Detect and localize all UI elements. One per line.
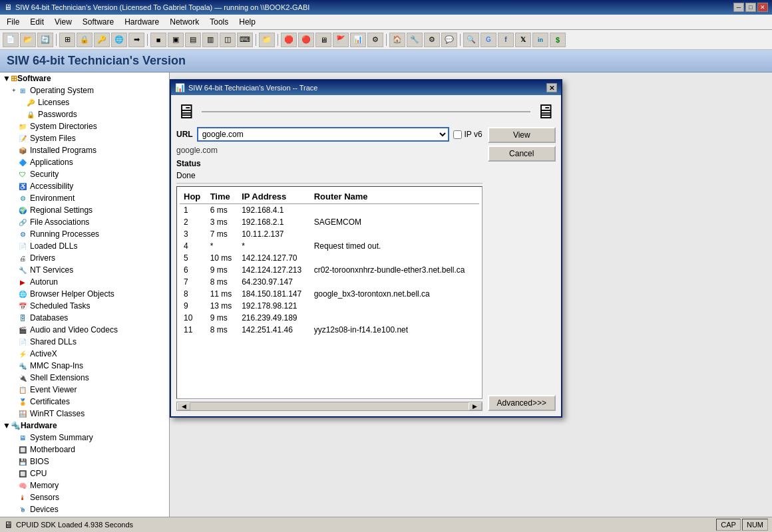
sidebar-drivers[interactable]: 🖨 Drivers — [8, 252, 169, 264]
sidebar-file-associations[interactable]: 🔗 File Associations — [8, 216, 169, 228]
view-button[interactable]: View — [488, 127, 556, 143]
sidebar-loaded-dlls[interactable]: 📄 Loaded DLLs — [8, 240, 169, 252]
spacer — [488, 164, 556, 259]
menu-tools[interactable]: Tools — [206, 16, 232, 28]
tb-chart[interactable]: 📊 — [350, 33, 366, 47]
hardware-group: 🖥 System Summary 🔲 Motherboard 💾 BIOS 🔲 — [0, 432, 169, 515]
tb-box5[interactable]: ◫ — [220, 33, 236, 47]
trace-table-body: 1 6 ms 192.168.4.1 2 3 ms 192.168.2.1 SA… — [180, 204, 479, 336]
tb-box1[interactable]: ■ — [150, 33, 166, 47]
sidebar-autorun[interactable]: ▶ Autorun — [8, 276, 169, 288]
table-row: 5 10 ms 142.124.127.70 — [180, 252, 479, 264]
sidebar-system-directories[interactable]: 📁 System Directories — [8, 120, 169, 132]
sidebar-cpu[interactable]: 🔲 CPU — [8, 467, 169, 479]
sidebar-operating-system[interactable]: + ⊞ Operating System — [8, 84, 169, 96]
software-section[interactable]: ▼ ⊞ Software — [0, 72, 169, 84]
sidebar-environment[interactable]: ⚙ Environment — [8, 192, 169, 204]
sidebar-activex[interactable]: ⚡ ActiveX — [8, 348, 169, 360]
sidebar-devices[interactable]: 🖱 Devices — [8, 503, 169, 515]
url-dropdown[interactable]: google.com — [197, 127, 450, 142]
sidebar-certificates[interactable]: 🏅 Certificates — [8, 396, 169, 408]
tb-house[interactable]: 🏠 — [389, 33, 405, 47]
sidebar-applications[interactable]: 🔷 Applications — [8, 156, 169, 168]
sidebar-sensors[interactable]: 🌡 Sensors — [8, 491, 169, 503]
tb-arrow[interactable]: ➡ — [128, 33, 144, 47]
sidebar-nt-services[interactable]: 🔧 NT Services — [8, 264, 169, 276]
sidebar-audio-video[interactable]: 🎬 Audio and Video Codecs — [8, 324, 169, 336]
sidebar-accessibility[interactable]: ♿ Accessibility — [8, 180, 169, 192]
sidebar-event-viewer[interactable]: 📋 Event Viewer — [8, 384, 169, 396]
tb-search[interactable]: 🔍 — [463, 33, 479, 47]
sidebar-motherboard[interactable]: 🔲 Motherboard — [8, 444, 169, 456]
sidebar-running-processes[interactable]: ⚙ Running Processes — [8, 228, 169, 240]
sidebar-security[interactable]: 🛡 Security — [8, 168, 169, 180]
tb-network[interactable]: 🌐 — [111, 33, 127, 47]
sidebar-system-files[interactable]: 📝 System Files — [8, 132, 169, 144]
menu-network[interactable]: Network — [166, 16, 203, 28]
sidebar-shell-extensions[interactable]: 🔌 Shell Extensions — [8, 372, 169, 384]
tb-open[interactable]: 📂 — [20, 33, 36, 47]
sidebar-svc-label: NT Services — [30, 265, 73, 275]
tb-f[interactable]: f — [498, 33, 514, 47]
tb-box3[interactable]: ▤ — [185, 33, 201, 47]
sidebar-installed-programs[interactable]: 📦 Installed Programs — [8, 144, 169, 156]
sidebar-regional-settings[interactable]: 🌍 Regional Settings — [8, 204, 169, 216]
tb-cmd[interactable]: ⌨ — [237, 33, 253, 47]
hardware-expand-icon[interactable]: ▼ — [3, 421, 11, 430]
horizontal-scrollbar[interactable]: ◀ ▶ — [176, 402, 482, 411]
tb-key[interactable]: 🔑 — [94, 33, 110, 47]
tb-dollar[interactable]: $ — [550, 33, 566, 47]
toolbar: 📄 📂 🔄 ⊞ 🔒 🔑 🌐 ➡ ■ ▣ ▤ ▥ ◫ ⌨ 📁 🛑 🔴 🖥 🚩 📊 … — [0, 30, 772, 50]
menu-software[interactable]: Software — [79, 16, 118, 28]
tb-gear2[interactable]: ⚙ — [424, 33, 440, 47]
scroll-right-btn[interactable]: ▶ — [469, 402, 482, 410]
tb-lock[interactable]: 🔒 — [77, 33, 93, 47]
tb-monitor[interactable]: 🖥 — [315, 33, 331, 47]
advanced-button[interactable]: Advanced>>> — [488, 395, 556, 411]
tb-li[interactable]: in — [532, 33, 548, 47]
tb-tools2[interactable]: 🔧 — [407, 33, 423, 47]
maximize-button[interactable]: □ — [745, 3, 756, 12]
minimize-button[interactable]: ─ — [733, 3, 744, 12]
cancel-button[interactable]: Cancel — [488, 146, 556, 162]
cell-ip: 142.124.127.213 — [238, 264, 310, 276]
software-expand-icon[interactable]: ▼ — [3, 74, 11, 83]
trace-results-area[interactable]: Hop Time IP Address Router Name 1 6 ms — [176, 186, 482, 399]
sidebar-bios[interactable]: 💾 BIOS — [8, 456, 169, 467]
tb-g[interactable]: G — [481, 33, 496, 47]
sidebar-winrt[interactable]: 🪟 WinRT Classes — [8, 408, 169, 420]
scroll-left-btn[interactable]: ◀ — [177, 402, 190, 410]
menu-help[interactable]: Help — [235, 16, 260, 28]
menu-file[interactable]: File — [3, 16, 23, 28]
tb-folder[interactable]: 📁 — [259, 33, 275, 47]
tb-refresh[interactable]: 🔄 — [37, 33, 53, 47]
sidebar-memory[interactable]: 🧠 Memory — [8, 479, 169, 491]
sidebar-licenses[interactable]: 🔑 Licenses — [23, 96, 169, 108]
sidebar-scheduled-tasks[interactable]: 📅 Scheduled Tasks — [8, 300, 169, 312]
sidebar-databases[interactable]: 🗄 Databases — [8, 312, 169, 324]
close-button[interactable]: ✕ — [757, 3, 768, 12]
tb-red[interactable]: 🔴 — [298, 33, 314, 47]
tb-grid[interactable]: ⊞ — [59, 33, 75, 47]
sidebar-passwords[interactable]: 🔒 Passwords — [23, 108, 169, 120]
tb-new[interactable]: 📄 — [3, 33, 19, 47]
sidebar-shared-dlls[interactable]: 📄 Shared DLLs — [8, 336, 169, 348]
sidebar-mmc-label: MMC Snap-Ins — [30, 361, 83, 370]
tb-box2[interactable]: ▣ — [168, 33, 184, 47]
tb-stop[interactable]: 🛑 — [281, 33, 297, 47]
menu-hardware[interactable]: Hardware — [120, 16, 163, 28]
tb-x[interactable]: 𝕏 — [515, 33, 531, 47]
tb-flag[interactable]: 🚩 — [333, 33, 349, 47]
dialog-close-button[interactable]: ✕ — [546, 83, 557, 92]
sidebar-system-summary[interactable]: 🖥 System Summary — [8, 432, 169, 444]
tb-cog[interactable]: ⚙ — [367, 33, 383, 47]
menu-edit[interactable]: Edit — [26, 16, 48, 28]
tb-chat[interactable]: 💬 — [441, 33, 457, 47]
winrt-icon: 🪟 — [17, 408, 28, 419]
ipv6-checkbox[interactable] — [453, 130, 462, 139]
tb-box4[interactable]: ▥ — [202, 33, 218, 47]
hardware-section[interactable]: ▼ 🔩 Hardware — [0, 420, 169, 432]
sidebar-bho[interactable]: 🌐 Browser Helper Objects — [8, 288, 169, 300]
sidebar-mmc[interactable]: 🔩 MMC Snap-Ins — [8, 360, 169, 372]
menu-view[interactable]: View — [51, 16, 76, 28]
